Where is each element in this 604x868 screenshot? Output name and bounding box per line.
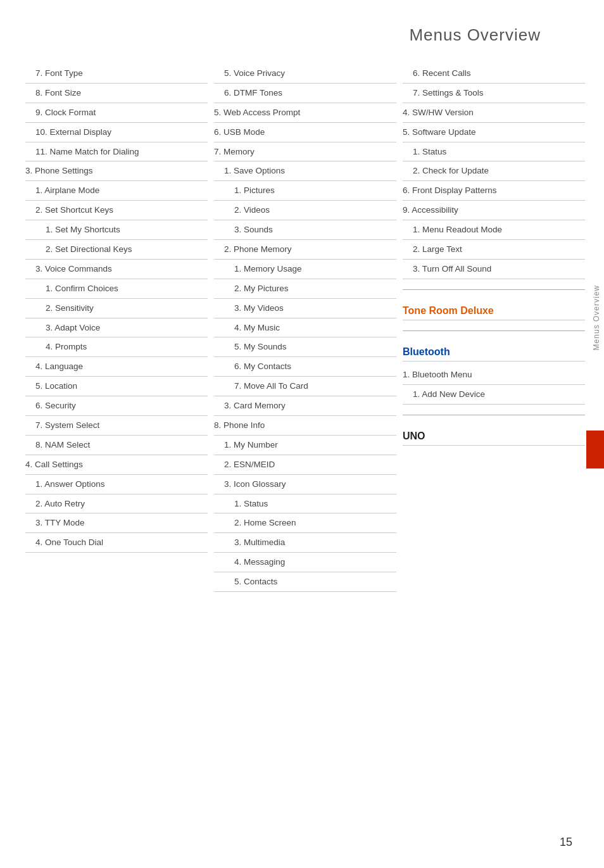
- list-item: 1. Set My Shortcuts: [25, 220, 208, 240]
- list-item: 3. Card Memory: [214, 396, 396, 416]
- list-item: 2. Videos: [214, 201, 396, 220]
- list-item: 1. Memory Usage: [214, 260, 396, 279]
- list-item: 2. Large Text: [403, 240, 585, 260]
- list-item: 1. Airplane Mode: [25, 181, 208, 201]
- list-item: 3. Adapt Voice: [25, 318, 208, 338]
- list-item: 3. Turn Off All Sound: [403, 260, 585, 279]
- list-item: 2. Phone Memory: [214, 240, 396, 260]
- columns-wrapper: 7. Font Type8. Font Size9. Clock Format1…: [25, 64, 591, 592]
- section-heading: Tone Room Deluxe: [403, 305, 585, 320]
- divider: [403, 415, 585, 415]
- list-item: 1. Confirm Choices: [25, 279, 208, 299]
- red-bar: [586, 431, 604, 469]
- list-item: 9. Clock Format: [25, 103, 208, 123]
- section-heading: Bluetooth: [403, 346, 585, 362]
- list-item: 6. Security: [25, 396, 208, 416]
- side-label: Menus Overview: [592, 285, 601, 350]
- list-item: 11. Name Match for Dialing: [25, 142, 208, 162]
- list-item: 1. Answer Options: [25, 475, 208, 494]
- list-item: 5. Location: [25, 377, 208, 396]
- list-item: 9. Accessibility: [403, 201, 585, 220]
- list-item: 1. Add New Device: [403, 385, 585, 405]
- side-label-container: Menus Overview: [588, 190, 601, 380]
- divider: [403, 289, 585, 290]
- list-item: 2. Set Directional Keys: [25, 240, 208, 260]
- list-item: 6. USB Mode: [214, 123, 396, 142]
- list-item: 2. Home Screen: [214, 513, 396, 533]
- list-item: 1. Menu Readout Mode: [403, 220, 585, 240]
- column-2: 5. Voice Privacy6. DTMF Tones5. Web Acce…: [214, 64, 403, 592]
- list-item: 6. Recent Calls: [403, 64, 585, 84]
- list-item: 1. Pictures: [214, 181, 396, 201]
- list-item: 3. Multimedia: [214, 533, 396, 553]
- list-item: 5. Software Update: [403, 123, 585, 142]
- list-item: 3. TTY Mode: [25, 513, 208, 533]
- list-item: 6. My Contacts: [214, 357, 396, 377]
- list-item: 4. SW/HW Version: [403, 103, 585, 123]
- list-item: 6. DTMF Tones: [214, 84, 396, 103]
- list-item: 8. NAM Select: [25, 436, 208, 455]
- list-item: 2. ESN/MEID: [214, 455, 396, 475]
- list-item: 10. External Display: [25, 123, 208, 142]
- list-item: 3. Phone Settings: [25, 161, 208, 181]
- list-item: 3. My Videos: [214, 299, 396, 318]
- column-1: 7. Font Type8. Font Size9. Clock Format1…: [25, 64, 214, 553]
- list-item: 4. Messaging: [214, 553, 396, 572]
- list-item: 2. My Pictures: [214, 279, 396, 299]
- list-item: 5. Contacts: [214, 572, 396, 592]
- list-item: 4. My Music: [214, 318, 396, 338]
- page-container: Menus Overview 7. Font Type8. Font Size9…: [0, 0, 604, 868]
- list-item: 7. Move All To Card: [214, 377, 396, 396]
- list-item: 2. Sensitivity: [25, 299, 208, 318]
- list-item: 4. Prompts: [25, 337, 208, 357]
- list-item: 3. Icon Glossary: [214, 475, 396, 494]
- list-item: 2. Check for Update: [403, 161, 585, 181]
- list-item: 4. Call Settings: [25, 455, 208, 475]
- list-item: 3. Voice Commands: [25, 260, 208, 279]
- list-item: 3. Sounds: [214, 220, 396, 240]
- list-item: 5. Web Access Prompt: [214, 103, 396, 123]
- list-item: 7. Memory: [214, 142, 396, 162]
- list-item: 1. Status: [214, 494, 396, 514]
- list-item: 5. My Sounds: [214, 337, 396, 357]
- list-item: 1. Save Options: [214, 161, 396, 181]
- list-item: 6. Front Display Patterns: [403, 181, 585, 201]
- list-item: 5. Voice Privacy: [214, 64, 396, 84]
- section-heading: UNO: [403, 431, 585, 446]
- divider: [403, 330, 585, 331]
- page-number: 15: [560, 836, 572, 849]
- list-item: 8. Phone Info: [214, 416, 396, 436]
- list-item: 2. Auto Retry: [25, 494, 208, 514]
- list-item: 1. My Number: [214, 436, 396, 455]
- list-item: 7. System Select: [25, 416, 208, 436]
- list-item: 7. Font Type: [25, 64, 208, 84]
- list-item: 2. Set Shortcut Keys: [25, 201, 208, 220]
- list-item: 1. Status: [403, 142, 585, 162]
- list-item: 7. Settings & Tools: [403, 84, 585, 103]
- page-title: Menus Overview: [25, 25, 591, 45]
- column-3: 6. Recent Calls7. Settings & Tools4. SW/…: [403, 64, 591, 450]
- list-item: 1. Bluetooth Menu: [403, 365, 585, 385]
- list-item: 4. One Touch Dial: [25, 533, 208, 553]
- list-item: 8. Font Size: [25, 84, 208, 103]
- list-item: 4. Language: [25, 357, 208, 377]
